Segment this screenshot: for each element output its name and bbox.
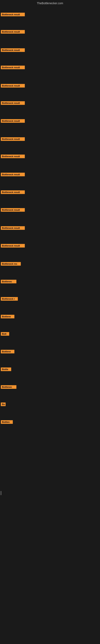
bottleneck-badge[interactable]: Bottleneck result (1, 119, 25, 123)
list-item[interactable]: Bottleneck result (0, 153, 100, 160)
bottleneck-badge[interactable]: Bottle (1, 368, 11, 371)
bottleneck-badge[interactable]: Bottleneck res (1, 262, 21, 266)
bottleneck-badge[interactable]: Bottleneck result (1, 13, 25, 16)
list-item[interactable]: Bottleneck result (0, 100, 100, 107)
bottleneck-badge[interactable]: Bottleneck result (1, 101, 25, 105)
cursor-indicator (1, 491, 1, 495)
bottleneck-badge[interactable]: Bottleneck r (1, 297, 18, 301)
bottleneck-badge[interactable]: Bottleneck result (1, 30, 25, 34)
bottleneck-badge[interactable]: Bottlenec (1, 385, 16, 389)
list-item[interactable]: Bottleneck result (0, 29, 100, 36)
bottleneck-badge[interactable]: Bottleneck result (1, 190, 25, 194)
list-item[interactable]: Bottleneck res (0, 261, 100, 268)
list-item[interactable]: Bottle (0, 366, 100, 373)
list-item[interactable]: Bottleneck result (0, 189, 100, 196)
list-item[interactable]: Bottleneck result (0, 172, 100, 178)
list-item[interactable]: Bottlene (0, 348, 100, 356)
bottleneck-badge[interactable]: Bottleneck result (1, 84, 25, 88)
bottleneck-badge[interactable]: Bott (1, 332, 9, 336)
bottleneck-badge[interactable]: Bottleneck result (1, 137, 25, 141)
bottleneck-badge[interactable]: Bottlene (1, 315, 14, 318)
site-title: TheBottlenecker.com (0, 0, 100, 6)
bottleneck-badge[interactable]: Bottleneck result (1, 226, 25, 230)
bottleneck-badge[interactable]: Bo (1, 402, 6, 406)
list-item[interactable]: Bottleneck result (0, 12, 100, 18)
list-item[interactable]: Bottleneck result (0, 136, 100, 143)
bottleneck-badge[interactable]: Bottlenec (1, 280, 16, 283)
list-item[interactable]: Bottleneck r (0, 296, 100, 303)
bottleneck-badge[interactable]: Bottlene (1, 350, 14, 354)
bottleneck-badge[interactable]: Bottlen (1, 420, 13, 424)
list-item[interactable]: Bo (0, 401, 100, 408)
list-item[interactable]: Bottleneck result (0, 64, 100, 71)
bottleneck-badge[interactable]: Bottleneck result (1, 48, 25, 52)
bottleneck-badge[interactable]: Bottleneck result (1, 244, 25, 248)
list-item[interactable]: Bottlen (0, 419, 100, 426)
list-item[interactable]: Bottleneck result (0, 83, 100, 90)
bottleneck-badge[interactable]: Bottleneck result (1, 66, 25, 69)
bottleneck-badge[interactable]: Bottleneck result (1, 173, 25, 176)
list-item[interactable]: Bottlenec (0, 278, 100, 285)
list-item[interactable]: Bottleneck result (0, 118, 100, 125)
list-item[interactable]: Bottleneck result (0, 243, 100, 250)
list-item[interactable]: Bottleneck result (0, 225, 100, 232)
bottleneck-badge[interactable]: Bottleneck result (1, 208, 25, 212)
list-item[interactable]: Bott (0, 331, 100, 338)
list-item[interactable]: Bottleneck result (0, 207, 100, 214)
page-wrapper: TheBottlenecker.com Bottleneck resultBot… (0, 0, 100, 644)
bottleneck-badge[interactable]: Bottleneck result (1, 154, 25, 158)
list-item[interactable]: Bottlene (0, 314, 100, 320)
list-item[interactable]: Bottlenec (0, 384, 100, 391)
list-item[interactable]: Bottleneck result (0, 47, 100, 54)
